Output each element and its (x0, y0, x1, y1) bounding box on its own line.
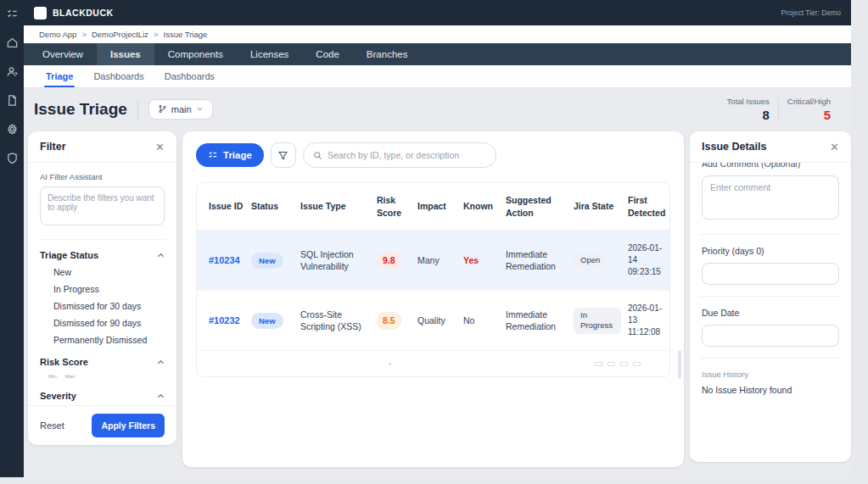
jira-state-badge: In Progress (574, 308, 621, 335)
triage-button[interactable]: Triage (196, 143, 264, 167)
add-comment-label: Add Comment (Optional) (702, 163, 839, 170)
filter-option-new[interactable]: New (40, 264, 165, 281)
table-row[interactable]: #10232 New Cross-Site Scripting (XSS) 8.… (197, 291, 669, 351)
risk-score-range[interactable]: Min Max (40, 370, 165, 381)
document-icon[interactable] (6, 94, 19, 107)
content-area: Filter ✕ AI Filter Assistant Triage Stat… (24, 130, 851, 477)
critical-high-label: Critical/High (787, 97, 831, 106)
top-bar: BLACKDUCK Project Tier: Demo (24, 0, 851, 25)
breadcrumb-item[interactable]: DemoProjectLiz (92, 30, 148, 39)
funnel-icon (277, 150, 288, 161)
branch-name: main (171, 104, 192, 114)
risk-score-badge: 8.5 (377, 312, 401, 330)
search-input[interactable] (328, 150, 486, 160)
page-header: Issue Triage main Total Issues 8 Critica… (24, 88, 851, 130)
chevron-up-icon (157, 392, 165, 400)
apply-filters-button[interactable]: Apply Filters (92, 414, 165, 437)
filter-funnel-button[interactable] (271, 142, 296, 168)
settings-gear-icon[interactable] (6, 123, 19, 136)
project-tier-label: Project Tier: Demo (781, 8, 841, 17)
divider (38, 239, 166, 240)
chevron-down-icon (196, 105, 204, 113)
blackduck-logo-icon (34, 7, 47, 19)
risk-max-label: Max (65, 374, 75, 379)
vertical-scrollbar[interactable] (678, 350, 681, 379)
total-issues-label: Total Issues (727, 97, 770, 106)
total-issues-stat: Total Issues 8 (719, 97, 778, 122)
filter-option-dismissed-30[interactable]: Dismissed for 30 days (40, 298, 165, 314)
table-toolbar: Triage (196, 142, 670, 168)
col-risk-score[interactable]: Risk Score (377, 183, 417, 230)
tab-branches[interactable]: Branches (353, 43, 422, 65)
close-icon[interactable]: ✕ (155, 142, 165, 153)
filter-option-in-progress[interactable]: In Progress (40, 281, 165, 298)
loading-fragment (595, 362, 641, 366)
col-jira-state[interactable]: Jira State (574, 189, 628, 224)
tab-overview[interactable]: Overview (29, 43, 97, 65)
issue-history-empty-state: No Issue History found (702, 385, 839, 395)
critical-high-stat: Critical/High 5 (779, 97, 839, 122)
users-icon[interactable] (6, 65, 19, 78)
git-branch-icon (158, 104, 167, 114)
divider (700, 296, 841, 297)
severity-section-header[interactable]: Severity (40, 391, 165, 401)
filter-option-permanently-dismissed[interactable]: Permanently Dismissed (40, 331, 165, 348)
search-box (303, 142, 496, 168)
page-title: Issue Triage (34, 100, 127, 119)
app-window: BLACKDUCK Project Tier: Demo Demo App > … (0, 0, 851, 477)
reset-button[interactable]: Reset (40, 420, 64, 431)
col-impact[interactable]: Impact (417, 189, 463, 224)
breadcrumb-item[interactable]: Issue Triage (164, 30, 208, 39)
status-badge: New (251, 313, 283, 329)
subtab-dashboards-2[interactable]: Dashboards (154, 65, 225, 87)
known-cell: Yes (463, 255, 479, 265)
tab-licenses[interactable]: Licenses (237, 43, 302, 65)
breadcrumb-separator: > (81, 30, 87, 39)
table-row[interactable]: #10234 New SQL Injection Vulnerability 9… (197, 231, 669, 291)
close-icon[interactable]: ✕ (830, 142, 839, 153)
known-cell: No (463, 303, 506, 339)
divider (700, 234, 841, 235)
branch-selector[interactable]: main (148, 99, 213, 120)
critical-high-value: 5 (787, 108, 831, 122)
col-first-detected[interactable]: First Detected (628, 183, 670, 230)
ai-filter-assistant-label: AI Filter Assistant (40, 172, 165, 181)
triage-list-icon (208, 150, 218, 160)
due-date-input[interactable] (702, 325, 839, 347)
col-suggested-action[interactable]: Suggested Action (506, 183, 574, 230)
tab-code[interactable]: Code (302, 43, 353, 65)
col-issue-type[interactable]: Issue Type (300, 189, 377, 224)
filter-panel-header: Filter ✕ (28, 131, 176, 163)
priority-input[interactable] (702, 263, 839, 285)
risk-min-label: Min (48, 374, 57, 379)
subtab-triage[interactable]: Triage (36, 65, 83, 87)
comment-input[interactable] (702, 175, 839, 220)
ai-filter-input[interactable] (40, 186, 165, 225)
severity-title: Severity (40, 391, 76, 401)
brand-logo: BLACKDUCK (34, 7, 114, 19)
home-icon[interactable] (6, 36, 19, 49)
shield-icon[interactable] (6, 152, 19, 164)
filter-option-dismissed-90[interactable]: Dismissed for 90 days (40, 314, 165, 331)
tab-issues[interactable]: Issues (97, 43, 154, 65)
filter-panel-body: AI Filter Assistant Triage Status New In… (28, 163, 176, 405)
tab-components[interactable]: Components (154, 43, 237, 65)
col-issue-id[interactable]: Issue ID (197, 189, 251, 224)
triage-status-section-header[interactable]: Triage Status (40, 250, 165, 260)
impact-cell: Many (417, 242, 463, 279)
triage-list-icon[interactable] (6, 8, 19, 20)
divider (137, 100, 138, 119)
breadcrumb-item[interactable]: Demo App (39, 30, 76, 39)
risk-score-title: Risk Score (40, 357, 88, 367)
risk-score-section-header[interactable]: Risk Score (40, 357, 165, 367)
col-status[interactable]: Status (251, 189, 300, 224)
header-stats: Total Issues 8 Critical/High 5 (719, 97, 839, 122)
jira-state-badge: Open (574, 253, 607, 269)
issue-id-link[interactable]: #10232 (209, 315, 240, 325)
subtab-dashboards-1[interactable]: Dashboards (83, 65, 154, 87)
issue-id-link[interactable]: #10234 (209, 255, 240, 265)
filter-panel: Filter ✕ AI Filter Assistant Triage Stat… (28, 131, 176, 445)
col-known[interactable]: Known (463, 189, 506, 224)
issue-history-label: Issue History (702, 370, 839, 379)
icon-rail (0, 0, 24, 477)
